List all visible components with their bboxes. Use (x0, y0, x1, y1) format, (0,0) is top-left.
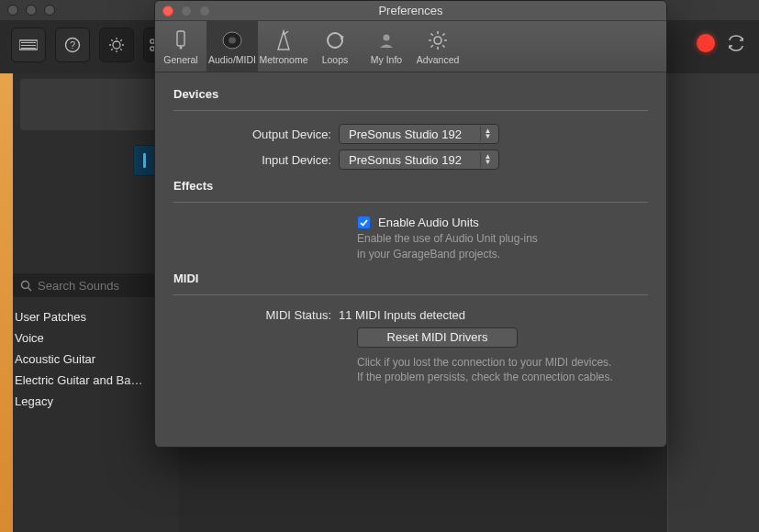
midi-heading: MIDI (173, 272, 648, 291)
midi-status-value: 11 MIDI Inputs detected (339, 308, 465, 322)
reset-midi-drivers-button[interactable]: Reset MIDI Drivers (357, 327, 518, 348)
checkmark-icon (359, 217, 369, 227)
svg-line-14 (120, 39, 121, 40)
tab-advanced[interactable]: Advanced (412, 21, 463, 72)
preferences-titlebar[interactable]: Preferences (155, 1, 666, 21)
tab-general[interactable]: General (155, 21, 206, 72)
tab-myinfo[interactable]: My Info (361, 21, 412, 72)
midi-help-text: Click if you lost the connection to your… (357, 355, 648, 386)
svg-line-36 (431, 33, 433, 35)
preferences-toolbar: GeneralAudio/MIDIMetronomeLoopsMy InfoAd… (155, 21, 666, 72)
tab-label: Loops (322, 54, 349, 65)
output-device-select[interactable]: PreSonus Studio 192 ▲▼ (339, 124, 499, 144)
effects-heading: Effects (173, 179, 648, 198)
tab-label: General (163, 54, 197, 65)
input-device-value: PreSonus Studio 192 (349, 153, 462, 167)
svg-line-38 (431, 45, 433, 47)
library-sidebar: User PatchesVoiceAcoustic GuitarElectric… (13, 273, 155, 412)
output-device-value: PreSonus Studio 192 (349, 127, 462, 141)
effects-help-text: Enable the use of Audio Unit plug-insin … (357, 231, 648, 262)
svg-line-13 (111, 49, 112, 50)
record-button[interactable] (697, 34, 715, 52)
region-clip[interactable] (133, 145, 155, 176)
preferences-window: Preferences GeneralAudio/MIDIMetronomeLo… (154, 0, 667, 448)
tab-metronome[interactable]: Metronome (258, 21, 309, 72)
svg-rect-3 (21, 48, 36, 49)
search-icon (20, 280, 32, 292)
enable-audio-units-label: Enable Audio Units (378, 216, 479, 229)
reset-midi-drivers-label: Reset MIDI Drivers (387, 330, 488, 344)
input-device-select[interactable]: PreSonus Studio 192 ▲▼ (339, 150, 499, 170)
svg-point-6 (113, 41, 120, 49)
general-icon (171, 28, 191, 52)
svg-point-19 (22, 281, 29, 288)
sidebar-item[interactable]: Legacy (13, 391, 155, 412)
settings-button[interactable] (99, 28, 134, 62)
svg-line-39 (442, 33, 444, 35)
sidebar-item[interactable]: Acoustic Guitar (13, 349, 155, 370)
divider (173, 294, 648, 295)
tab-loops[interactable]: Loops (309, 21, 361, 72)
enable-audio-units-checkbox[interactable] (357, 216, 371, 229)
tab-label: My Info (371, 54, 402, 65)
help-button[interactable]: ? (55, 28, 90, 62)
svg-line-37 (442, 45, 444, 47)
search-sounds-field[interactable] (13, 273, 155, 297)
tab-label: Advanced (417, 54, 460, 65)
svg-line-20 (28, 287, 32, 291)
svg-text:?: ? (70, 39, 75, 50)
track-header[interactable] (20, 79, 171, 130)
svg-line-11 (111, 39, 112, 40)
svg-point-31 (434, 37, 441, 44)
sidebar-item[interactable]: Voice (13, 327, 155, 349)
transport-right (697, 33, 746, 53)
sidebar-item[interactable]: Electric Guitar and Ba… (13, 370, 155, 391)
window-title: Preferences (155, 4, 666, 17)
zoom-window-icon[interactable] (44, 5, 55, 16)
tab-audiomidi[interactable]: Audio/MIDI (206, 21, 258, 72)
loops-icon (324, 28, 346, 52)
devices-heading: Devices (173, 87, 648, 106)
audiomidi-icon (220, 28, 244, 52)
divider (173, 110, 648, 111)
metronome-icon (274, 28, 293, 52)
effects-section: Effects Enable Audio Units Enable the us… (173, 179, 648, 262)
chevron-updown-icon: ▲▼ (480, 152, 495, 167)
svg-point-24 (229, 37, 236, 43)
chevron-updown-icon: ▲▼ (480, 127, 495, 141)
devices-section: Devices Output Device: PreSonus Studio 1… (173, 87, 648, 170)
svg-rect-1 (21, 42, 36, 43)
preferences-body: Devices Output Device: PreSonus Studio 1… (155, 72, 666, 413)
sidebar-item[interactable]: User Patches (13, 306, 155, 327)
svg-line-12 (120, 49, 121, 50)
svg-rect-2 (21, 45, 36, 46)
output-device-label: Output Device: (173, 127, 339, 141)
search-input[interactable] (38, 279, 148, 293)
cycle-button[interactable] (726, 33, 746, 53)
minimize-window-icon[interactable] (26, 5, 37, 16)
divider (173, 202, 648, 203)
close-window-icon[interactable] (7, 5, 18, 16)
svg-rect-21 (177, 31, 184, 46)
svg-marker-25 (278, 31, 289, 50)
library-button[interactable] (11, 28, 46, 62)
advanced-icon (427, 28, 449, 52)
svg-point-22 (180, 46, 183, 49)
svg-point-30 (384, 34, 390, 40)
tab-label: Audio/MIDI (208, 54, 256, 65)
input-device-label: Input Device: (173, 153, 339, 167)
app-toolbar: ? (11, 28, 169, 62)
timeline-area[interactable] (667, 73, 759, 532)
midi-section: MIDI MIDI Status: 11 MIDI Inputs detecte… (173, 272, 648, 386)
track-color-strip (0, 73, 13, 532)
tab-label: Metronome (259, 54, 307, 65)
myinfo-icon (375, 28, 397, 52)
svg-point-27 (328, 33, 342, 48)
midi-status-label: MIDI Status: (173, 308, 339, 322)
